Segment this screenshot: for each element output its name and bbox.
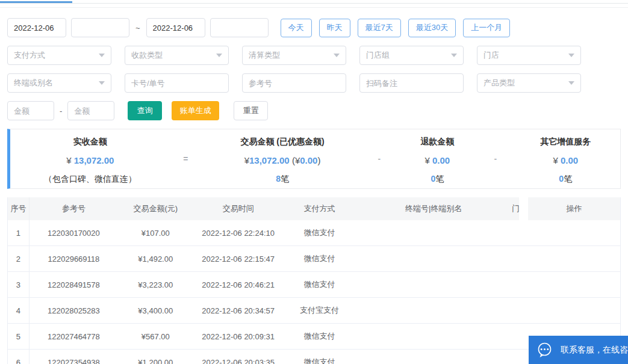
scrollbar-gutter	[519, 350, 528, 364]
row-amount: ¥3,400.00	[118, 306, 193, 315]
chat-bubble-icon	[536, 342, 553, 358]
header-amount: 交易金额(元)	[118, 203, 193, 214]
chevron-down-icon	[216, 54, 222, 57]
refund-amount-label: 退款金额	[394, 132, 480, 151]
product-type-select[interactable]: 产品类型	[477, 73, 581, 93]
row-time: 2022-12-06 20:03:35	[193, 358, 284, 364]
input-filter-row: 终端或别名 产品类型	[7, 73, 621, 93]
refund-amount-summary: 退款金额 ¥ 0.00 0笔	[394, 132, 480, 185]
collection-type-select[interactable]: 收款类型	[125, 46, 229, 65]
row-amount: ¥1,492.00	[118, 254, 193, 264]
header-time: 交易时间	[193, 203, 284, 214]
row-action	[528, 246, 620, 271]
header-action: 操作	[528, 197, 620, 220]
quick-range-7days-button[interactable]: 最近7天	[358, 19, 401, 37]
active-tab-indicator	[0, 1, 72, 3]
card-number-input[interactable]	[125, 73, 229, 93]
amount-max-input[interactable]	[67, 101, 114, 120]
end-date-input[interactable]	[146, 18, 205, 37]
amount-range-separator: -	[60, 106, 62, 116]
select-placeholder: 清算类型	[249, 50, 280, 61]
terminal-alias-select[interactable]: 终端或别名	[7, 73, 111, 93]
transaction-count: 8笔	[201, 170, 364, 188]
payment-method-select[interactable]: 支付方式	[7, 46, 111, 65]
chevron-down-icon	[568, 54, 574, 57]
row-index: 6	[8, 350, 30, 364]
row-reference: 122030170020	[30, 229, 118, 238]
store-select[interactable]: 门店	[477, 46, 581, 65]
refund-count: 0笔	[394, 170, 480, 188]
chevron-down-icon	[568, 81, 574, 85]
table-row: 4 122028025283 ¥3,400.00 2022-12-06 20:3…	[8, 298, 620, 324]
row-reference: 122027464778	[30, 332, 118, 341]
table-row: 2 122029669118 ¥1,492.00 2022-12-06 22:1…	[8, 246, 620, 272]
select-placeholder: 终端或别名	[14, 78, 53, 88]
quick-range-lastmonth-button[interactable]: 上一个月	[463, 19, 510, 37]
quick-range-yesterday-button[interactable]: 昨天	[319, 19, 350, 37]
scrollbar-gutter	[519, 197, 528, 220]
tab-bar	[0, 0, 628, 8]
row-index: 1	[8, 220, 30, 245]
select-placeholder: 支付方式	[14, 50, 45, 61]
scrollbar-gutter	[519, 220, 528, 245]
row-index: 5	[8, 324, 30, 349]
quick-range-30days-button[interactable]: 最近30天	[408, 19, 456, 37]
equals-sign: =	[170, 132, 201, 185]
received-amount-note: （包含口碑、微信直连）	[10, 170, 170, 188]
generate-bill-button[interactable]: 账单生成	[172, 101, 219, 120]
row-amount: ¥1,200.00	[118, 358, 193, 364]
header-terminal: 终端号|终端别名	[355, 203, 512, 214]
row-time: 2022-12-06 22:24:10	[193, 229, 284, 238]
other-services-count: 0笔	[511, 170, 620, 188]
row-action	[528, 298, 620, 323]
scan-note-input[interactable]	[359, 73, 464, 93]
store-group-select[interactable]: 门店组	[359, 46, 464, 65]
scrollbar-gutter	[519, 246, 528, 271]
quick-range-today-button[interactable]: 今天	[281, 19, 312, 37]
minus-sign: -	[364, 132, 394, 185]
table-row: 1 122030170020 ¥107.00 2022-12-06 22:24:…	[8, 220, 620, 246]
select-placeholder: 产品类型	[483, 78, 515, 88]
select-filter-row: 支付方式 收款类型 清算类型 门店组 门店	[7, 46, 621, 65]
row-reference: 122027354938	[30, 358, 118, 364]
reference-number-input[interactable]	[242, 73, 346, 93]
row-index: 4	[8, 298, 30, 323]
settlement-type-select[interactable]: 清算类型	[242, 46, 346, 65]
search-button[interactable]: 查询	[128, 101, 162, 120]
amount-min-input[interactable]	[7, 101, 54, 120]
start-time-input[interactable]	[71, 18, 129, 37]
row-index: 3	[8, 272, 30, 297]
row-amount: ¥3,223.00	[118, 280, 193, 289]
row-amount: ¥567.00	[118, 332, 193, 341]
date-range-separator: ~	[135, 23, 140, 32]
received-amount-label: 实收金额	[10, 132, 170, 151]
end-time-input[interactable]	[210, 18, 269, 37]
chevron-down-icon	[99, 54, 105, 57]
row-payment-method: 微信支付	[284, 253, 356, 264]
start-date-input[interactable]	[7, 18, 66, 37]
transaction-amount-value: ¥13,072.00 (¥0.00)	[201, 151, 364, 170]
header-payment-method: 支付方式	[284, 203, 356, 214]
select-placeholder: 门店组	[366, 50, 390, 61]
amount-action-row: - 查询 账单生成 重置	[7, 101, 621, 120]
row-amount: ¥107.00	[118, 229, 193, 238]
customer-service-chat-button[interactable]: 联系客服，在线咨询	[529, 336, 628, 364]
received-amount-value: ¥ 13,072.00	[10, 151, 170, 170]
row-time: 2022-12-06 20:34:57	[193, 306, 284, 315]
table-header-row: 序号 参考号 交易金额(元) 交易时间 支付方式 终端号|终端别名 门店 操作	[8, 197, 620, 220]
transaction-amount-label: 交易金额 (已优惠金额)	[201, 132, 364, 151]
row-payment-method: 微信支付	[284, 331, 356, 342]
row-action	[528, 220, 620, 245]
header-reference: 参考号	[30, 203, 118, 214]
minus-sign: -	[480, 132, 511, 185]
reset-button[interactable]: 重置	[234, 101, 268, 120]
row-time: 2022-12-06 20:46:21	[193, 280, 284, 289]
row-reference: 122029669118	[30, 254, 118, 264]
filter-panel: ~ 今天 昨天 最近7天 最近30天 上一个月 支付方式 收款类型 清算类型 门…	[0, 8, 628, 120]
scrollbar-gutter	[519, 272, 528, 297]
select-placeholder: 门店	[483, 50, 499, 61]
chevron-down-icon	[334, 54, 340, 57]
row-reference: 122028491578	[30, 280, 118, 289]
row-time: 2022-12-06 22:15:47	[193, 254, 284, 264]
transaction-amount-summary: 交易金额 (已优惠金额) ¥13,072.00 (¥0.00) 8笔	[201, 132, 364, 185]
